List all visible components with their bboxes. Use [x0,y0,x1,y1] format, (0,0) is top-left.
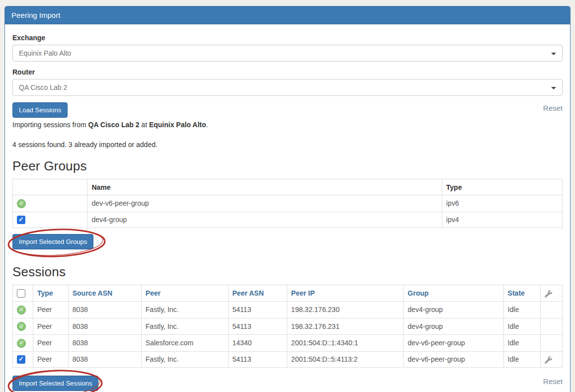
reset-link-bottom[interactable]: Reset [543,377,563,386]
config-column-header [540,285,562,302]
config-cell [540,318,562,335]
peer-asn-cell: 54113 [228,318,287,335]
source-asn-cell: 8038 [68,335,141,352]
group-cell: dev4-group [404,318,503,335]
state-cell: Idle [503,351,540,368]
import-groups-annotated-area: Import Selected Groups [12,234,93,249]
chevron-down-icon [551,87,556,89]
peer-groups-heading: Peer Groups [12,158,563,174]
panel-body: Exchange Equinix Palo Alto Router QA Cis… [5,24,570,392]
peer-cell: Fastly, Inc. [141,351,228,368]
status-cell: ✓ [13,195,87,212]
table-row: dev4-group ipv4 [13,212,563,228]
peer-asn-cell: 54113 [228,351,287,368]
group-cell: dev4-group [404,302,503,318]
panel-title: Peering Import [5,6,570,24]
config-cell [540,335,562,352]
peer-groups-status-column-header [13,179,87,195]
type-cell: Peer [33,351,68,368]
type-cell: Peer [33,302,68,318]
wrench-icon [545,290,552,298]
peer-groups-header-row: Name Type [13,179,563,195]
importing-router-name: QA Cisco Lab 2 [88,121,140,129]
peer-column-header: Peer [141,285,228,302]
importing-exchange-name: Equinix Palo Alto [149,121,206,129]
importing-note: Importing sessions from QA Cisco Lab 2 a… [12,121,563,129]
group-select-checkbox[interactable] [17,216,25,224]
group-name-cell: dev4-group [87,212,442,228]
select-all-column-header [13,285,33,302]
peer-ip-column-header: Peer IP [287,285,403,302]
imported-check-icon: ✓ [17,339,26,348]
state-cell: Idle [503,318,540,335]
peer-asn-cell: 14340 [228,335,287,352]
chevron-down-icon [551,53,556,55]
peer-groups-table: Name Type ✓ dev-v6-peer-group ipv6 dev4-… [12,179,563,228]
load-actions-row: Load Sessions Reset [12,102,563,118]
config-cell [540,302,562,318]
sessions-heading: Sessions [12,264,563,280]
peer-cell: Fastly, Inc. [141,302,228,318]
group-name-cell: dev-v6-peer-group [87,195,442,212]
table-row: ✓ Peer 8038 Salesforce.com 14340 2001:50… [13,335,563,352]
exchange-select[interactable]: Equinix Palo Alto [12,45,563,62]
status-cell: ✓ [13,302,33,318]
session-select-checkbox[interactable] [17,355,25,364]
sessions-table: Type Source ASN Peer Peer ASN Peer IP Gr… [12,285,563,368]
state-cell: Idle [503,335,540,352]
group-type-cell: ipv4 [442,212,562,228]
group-cell: dev-v6-peer-group [404,351,503,368]
peer-ip-cell: 2001:504:D::5:4113:2 [287,351,403,368]
importing-prefix: Importing sessions from [12,121,88,129]
group-column-header: Group [404,285,503,302]
group-type-cell: ipv6 [442,195,562,212]
table-row: ✓ Peer 8038 Fastly, Inc. 54113 198.32.17… [13,318,563,335]
peer-asn-cell: 54113 [228,302,287,318]
exchange-label: Exchange [12,34,563,42]
exchange-selected-value: Equinix Palo Alto [19,49,71,57]
imported-check-icon: ✓ [17,306,26,314]
source-asn-cell: 8038 [68,302,141,318]
status-cell: ✓ [13,318,33,335]
peering-import-panel: Peering Import Exchange Equinix Palo Alt… [4,6,571,392]
source-asn-column-header: Source ASN [68,285,141,302]
router-selected-value: QA Cisco Lab 2 [19,83,67,91]
select-all-checkbox[interactable] [17,289,25,298]
router-label: Router [12,68,563,76]
sessions-header-row: Type Source ASN Peer Peer ASN Peer IP Gr… [13,285,563,302]
importing-at: at [139,121,149,129]
peer-groups-name-column-header: Name [87,179,442,195]
source-asn-cell: 8038 [68,351,141,368]
status-cell [13,351,33,368]
peer-ip-cell: 198.32.176.231 [287,318,403,335]
status-cell: ✓ [13,335,33,352]
importing-period: . [206,121,208,129]
peer-cell: Salesforce.com [141,335,228,352]
import-selected-groups-button[interactable]: Import Selected Groups [12,234,93,249]
import-selected-sessions-button[interactable]: Import Selected Sessions [12,376,98,391]
table-row: ✓ dev-v6-peer-group ipv6 [13,195,563,212]
reset-link-top[interactable]: Reset [543,104,563,112]
import-sessions-annotated-area: Import Selected Sessions [12,376,98,391]
type-cell: Peer [33,318,68,335]
peer-groups-type-column-header: Type [442,179,562,195]
peer-asn-column-header: Peer ASN [228,285,287,302]
table-row: Peer 8038 Fastly, Inc. 54113 2001:504:D:… [13,351,563,368]
peer-ip-cell: 2001:504:D::1:4340:1 [287,335,403,352]
status-cell [13,212,87,228]
peer-ip-cell: 198.32.176.230 [287,302,403,318]
load-sessions-button[interactable]: Load Sessions [12,102,68,118]
router-select[interactable]: QA Cisco Lab 2 [12,79,563,96]
sessions-summary: 4 sessions found. 3 already imported or … [12,141,563,149]
peer-cell: Fastly, Inc. [141,318,228,335]
footer-actions-row: Import Selected Sessions Reset [12,376,563,392]
source-asn-cell: 8038 [68,318,141,335]
imported-check-icon: ✓ [17,322,26,331]
table-row: ✓ Peer 8038 Fastly, Inc. 54113 198.32.17… [13,302,563,318]
type-cell: Peer [33,335,68,352]
type-column-header: Type [33,285,68,302]
wrench-icon[interactable] [545,356,552,364]
state-cell: Idle [503,302,540,318]
group-cell: dev-v6-peer-group [404,335,503,352]
imported-check-icon: ✓ [17,199,26,208]
